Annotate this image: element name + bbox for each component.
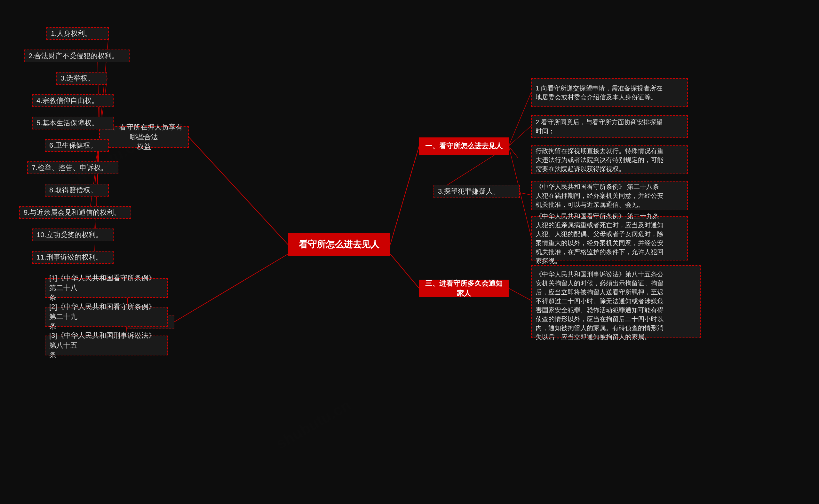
r1d-label: 《中华人民共和国看守所条例》 第二十八条 人犯在羁押期间，经办案机关同意，并经公… (535, 182, 664, 209)
svg-line-2 (174, 254, 288, 322)
r1b-label: 2.看守所同意后，与看守所方面协商安排探望 时间； (535, 118, 663, 136)
svg-line-20 (509, 146, 518, 158)
right-node-1c[interactable]: 行政拘留在探视期直接去就行。特殊情况有重 大违法行为或者法院判决有特别规定的，可… (531, 145, 688, 174)
left-node-8[interactable]: 8.取得赔偿权。 (45, 184, 109, 197)
left-node-5[interactable]: 5.基本生活保障权。 (32, 117, 113, 129)
r1f-label: 《中华人民共和国看守所条例》 第二十九条 人犯的近亲属病重或者死亡时，应当及时通… (535, 212, 664, 265)
r1a-label: 1.向看守所递交探望申请，需准备探视者所在 地居委会或村委会介绍信及本人身份证等… (535, 84, 663, 102)
right-node-4a[interactable]: 《中华人民共和国刑事诉讼法》第八十五条公 安机关拘留人的时候，必须出示拘留证。拘… (531, 265, 701, 338)
cite-2-label: [2]《中华人民共和国看守所条例》 第二十九 条 (49, 302, 163, 331)
cite-node-2[interactable]: [2]《中华人民共和国看守所条例》 第二十九 条 (45, 307, 168, 327)
mindmap-container: 看守所怎么进去见人 一、看守所怎么进去见人 二、看守所在押人员享有哪些合法权益 … (0, 0, 819, 504)
svg-line-1 (189, 137, 288, 244)
left-node-4[interactable]: 4.宗教信仰自由权。 (32, 94, 113, 107)
cite-1-label: [1]《中华人民共和国看守所条例》 第二十八 条 (49, 273, 163, 303)
center-node[interactable]: 看守所怎么进去见人 (288, 233, 390, 256)
svg-line-18 (509, 93, 531, 146)
left-node-11[interactable]: 11.刑事诉讼的权利。 (32, 251, 113, 264)
cite-node-3[interactable]: [3]《中华人民共和国刑事诉讼法》 第八十五 条 (45, 336, 168, 355)
right-node-1b[interactable]: 2.看守所同意后，与看守所方面协商安排探望 时间； (531, 115, 688, 138)
section-node-2[interactable]: 二、看守所在押人员享有哪些合法权益 (99, 126, 189, 148)
svg-line-22 (520, 193, 531, 195)
right-node-1a[interactable]: 1.向看守所递交探望申请，需准备探视者所在 地居委会或村委会介绍信及本人身份证等… (531, 78, 688, 107)
connector-lines (0, 0, 819, 504)
cite-node-1[interactable]: [1]《中华人民共和国看守所条例》 第二十八 条 (45, 278, 168, 298)
section-2-label: 二、看守所在押人员享有哪些合法权益 (104, 122, 183, 152)
right-node-1d[interactable]: 《中华人民共和国看守所条例》 第二十八条 人犯在羁押期间，经办案机关同意，并经公… (531, 181, 688, 210)
left-node-6[interactable]: 6.卫生保健权。 (45, 139, 109, 152)
r1c-label: 行政拘留在探视期直接去就行。特殊情况有重 大违法行为或者法院判决有特别规定的，可… (535, 146, 664, 173)
section-node-1[interactable]: 一、看守所怎么进去见人 (419, 137, 509, 155)
left-node-1[interactable]: 1.人身权利。 (46, 27, 109, 40)
left-node-2[interactable]: 2.合法财产不受侵犯的权利。 (24, 50, 129, 62)
svg-line-3 (390, 254, 419, 288)
svg-line-24 (509, 288, 531, 300)
r4a-label: 《中华人民共和国刑事诉讼法》第八十五条公 安机关拘留人的时候，必须出示拘留证。拘… (535, 270, 664, 341)
svg-line-0 (390, 146, 419, 244)
right-node-1f[interactable]: 《中华人民共和国看守所条例》 第二十九条 人犯的近亲属病重或者死亡时，应当及时通… (531, 216, 688, 260)
right-node-1e[interactable]: 3.探望犯罪嫌疑人。 (433, 185, 520, 198)
left-node-7[interactable]: 7.检举、控告、申诉权。 (27, 161, 118, 174)
svg-line-12 (90, 144, 99, 213)
section-node-4[interactable]: 三、进看守所多久会通知家人 (419, 280, 509, 297)
cite-3-label: [3]《中华人民共和国刑事诉讼法》 第八十五 条 (49, 331, 163, 360)
r1e-label: 3.探望犯罪嫌疑人。 (438, 187, 500, 197)
watermark-2: shubutu.cn (273, 396, 354, 453)
svg-line-19 (509, 126, 531, 146)
left-node-10[interactable]: 10.立功受奖的权利。 (32, 229, 113, 241)
left-node-3[interactable]: 3.选举权。 (56, 72, 107, 85)
left-node-9[interactable]: 9.与近亲属会见和通信的权利。 (19, 206, 131, 219)
